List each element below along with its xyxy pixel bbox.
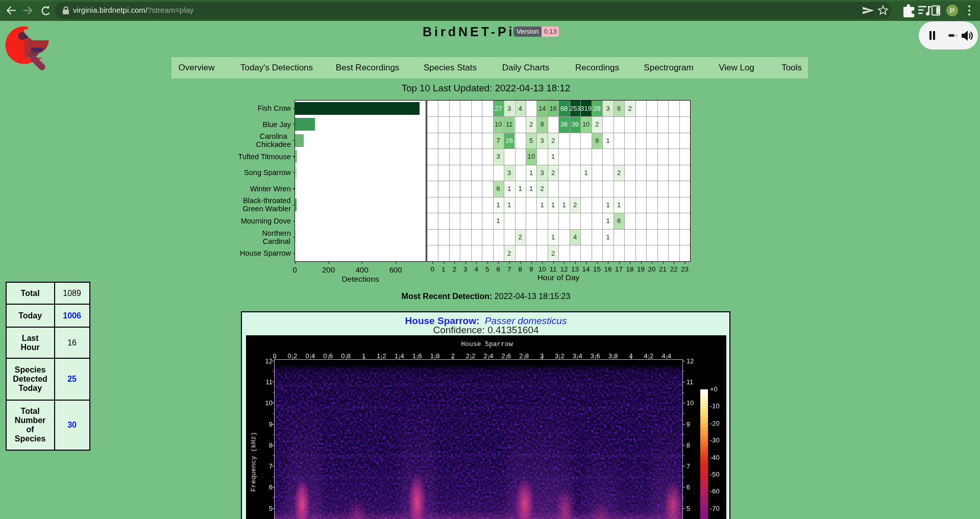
svg-text:P: P bbox=[950, 7, 955, 15]
